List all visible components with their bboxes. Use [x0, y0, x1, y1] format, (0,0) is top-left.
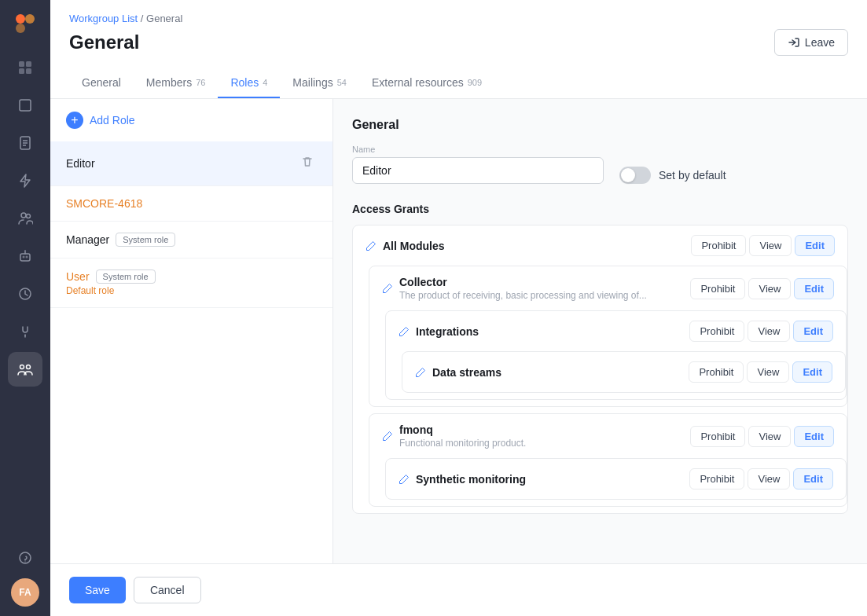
tab-members[interactable]: Members76 — [134, 68, 219, 98]
grant-card-all-modules: All Modules Prohibit View Edit — [352, 225, 848, 514]
view-btn-integrations[interactable]: View — [748, 321, 790, 342]
svg-point-2 — [16, 24, 25, 33]
edit-btn-all-modules[interactable]: Edit — [795, 235, 835, 256]
tab-general[interactable]: General — [69, 68, 134, 98]
sidebar-item-help[interactable] — [8, 541, 42, 575]
grant-card-fmonq: fmonq Functional monitoring product. Pro… — [369, 413, 847, 507]
grant-header-collector: Collector The product of receiving, basi… — [369, 266, 847, 310]
edit-btn-fmonq[interactable]: Edit — [794, 426, 834, 447]
role-item-smcore[interactable]: SMCORE-4618 — [50, 186, 332, 222]
name-input[interactable] — [352, 157, 604, 184]
role-delete-editor[interactable] — [298, 152, 317, 174]
sidebar-item-plug[interactable] — [8, 314, 42, 349]
toggle-knob — [621, 168, 635, 182]
sidebar-item-grid[interactable] — [8, 50, 42, 85]
module-info-data-streams: Data streams — [432, 366, 501, 379]
grant-header-synthetic-monitoring: Synthetic monitoring Prohibit View Edit — [386, 459, 846, 499]
edit-icon-integrations — [399, 326, 410, 337]
set-by-default-label: Set by default — [659, 169, 726, 182]
view-btn-fmonq[interactable]: View — [748, 426, 791, 447]
tab-roles[interactable]: Roles4 — [218, 68, 280, 98]
prohibit-btn-synthetic-monitoring[interactable]: Prohibit — [689, 468, 744, 490]
name-label: Name — [352, 145, 604, 154]
role-item-user[interactable]: User System role Default role — [50, 258, 332, 308]
prohibit-btn-all-modules[interactable]: Prohibit — [691, 235, 746, 256]
role-item-manager-content: Manager System role — [66, 233, 175, 247]
grant-actions-integrations: Prohibit View Edit — [689, 321, 833, 342]
edit-btn-integrations[interactable]: Edit — [793, 321, 833, 342]
edit-btn-synthetic-monitoring[interactable]: Edit — [793, 468, 833, 490]
sidebar-item-bolt[interactable] — [8, 163, 42, 198]
edit-btn-collector[interactable]: Edit — [794, 278, 834, 299]
module-info-synthetic-monitoring: Synthetic monitoring — [416, 473, 526, 486]
grant-header-data-streams: Data streams Prohibit View Edit — [402, 352, 845, 392]
avatar[interactable]: FA — [11, 578, 39, 607]
view-btn-synthetic-monitoring[interactable]: View — [748, 468, 790, 490]
role-item-manager[interactable]: Manager System role — [50, 222, 332, 258]
prohibit-btn-fmonq[interactable]: Prohibit — [690, 426, 745, 447]
tabs: General Members76 Roles4 Mailings54 Exte… — [69, 68, 848, 98]
add-icon: + — [66, 112, 83, 129]
sidebar-item-receipt[interactable] — [8, 126, 42, 160]
grant-card-integrations: Integrations Prohibit View Edit — [385, 310, 847, 400]
tab-mailings[interactable]: Mailings54 — [280, 68, 359, 98]
role-badge-user: System role — [96, 270, 156, 284]
module-name-collector: Collector — [399, 276, 647, 288]
page-title: General — [69, 31, 139, 53]
edit-icon-synthetic-monitoring — [399, 474, 410, 485]
body-layout: + Add Role Editor SMCORE-4618 — [50, 99, 867, 563]
breadcrumb-separator: / — [141, 13, 146, 24]
role-item-editor-content: Editor — [66, 157, 95, 170]
form-row: Name Set by default — [352, 145, 848, 184]
set-by-default-toggle[interactable] — [619, 167, 651, 184]
grant-header-integrations: Integrations Prohibit View Edit — [386, 311, 846, 351]
svg-point-15 — [23, 256, 25, 258]
grant-actions-fmonq: Prohibit View Edit — [690, 426, 834, 447]
leave-button[interactable]: Leave — [774, 29, 848, 56]
breadcrumb-link[interactable]: Workgroup List — [69, 13, 138, 24]
svg-rect-3 — [19, 61, 24, 67]
main-content: Workgroup List / General General Leave G… — [50, 0, 867, 616]
default-role-label: Default role — [66, 285, 156, 296]
role-badge-manager: System role — [116, 233, 175, 247]
edit-btn-data-streams[interactable]: Edit — [792, 361, 832, 383]
module-info-collector: Collector The product of receiving, basi… — [399, 276, 647, 301]
save-button[interactable]: Save — [69, 577, 126, 603]
sidebar-item-robot[interactable] — [8, 239, 42, 273]
svg-point-16 — [26, 256, 28, 258]
section-title: General — [352, 118, 848, 132]
role-item-smcore-content: SMCORE-4618 — [66, 197, 142, 210]
add-role-label: Add Role — [90, 114, 135, 126]
role-item-editor[interactable]: Editor — [50, 141, 332, 186]
sidebar-item-workgroup[interactable] — [8, 352, 42, 387]
grant-card-synthetic-monitoring: Synthetic monitoring Prohibit View Edit — [385, 458, 847, 500]
sidebar-item-users[interactable] — [8, 201, 42, 236]
svg-point-20 — [20, 365, 24, 369]
module-name-data-streams: Data streams — [432, 366, 501, 379]
add-role-button[interactable]: + Add Role — [50, 99, 332, 141]
grant-actions-synthetic-monitoring: Prohibit View Edit — [689, 468, 833, 490]
svg-point-1 — [25, 14, 35, 24]
module-desc-fmonq: Functional monitoring product. — [399, 438, 526, 449]
cancel-button[interactable]: Cancel — [134, 577, 201, 603]
module-name-fmonq: fmonq — [399, 424, 526, 436]
view-btn-data-streams[interactable]: View — [747, 361, 789, 383]
prohibit-btn-data-streams[interactable]: Prohibit — [689, 361, 744, 383]
grant-card-data-streams: Data streams Prohibit View Edit — [402, 351, 846, 393]
module-info-fmonq: fmonq Functional monitoring product. — [399, 424, 526, 449]
app-logo[interactable] — [11, 9, 39, 38]
prohibit-btn-integrations[interactable]: Prohibit — [689, 321, 744, 342]
sidebar-item-box[interactable] — [8, 88, 42, 123]
right-panel: General Name Set by default Access Grant… — [333, 99, 867, 563]
tab-external-resources[interactable]: External resources909 — [359, 68, 494, 98]
sidebar-item-clock[interactable] — [8, 277, 42, 311]
edit-icon-all-modules — [366, 240, 377, 251]
title-row: General Leave — [69, 29, 848, 56]
view-btn-all-modules[interactable]: View — [749, 235, 792, 256]
svg-rect-14 — [20, 254, 30, 261]
grant-header-fmonq: fmonq Functional monitoring product. Pro… — [369, 414, 847, 458]
left-panel: + Add Role Editor SMCORE-4618 — [50, 99, 333, 563]
view-btn-collector[interactable]: View — [748, 278, 791, 299]
prohibit-btn-collector[interactable]: Prohibit — [690, 278, 745, 299]
grant-card-collector: Collector The product of receiving, basi… — [369, 266, 847, 407]
